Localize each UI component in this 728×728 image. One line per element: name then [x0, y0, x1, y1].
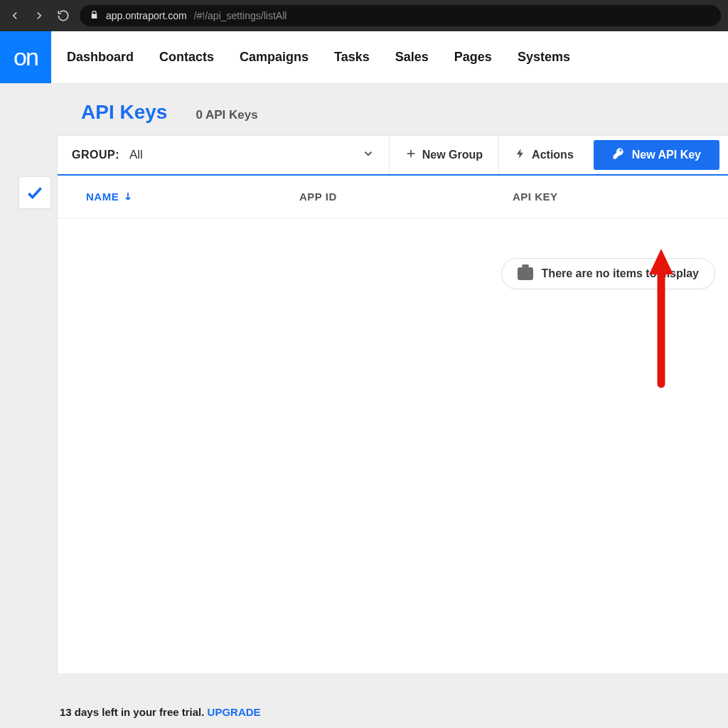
nav-dashboard[interactable]: Dashboard: [67, 50, 134, 65]
select-all-checkbox[interactable]: [18, 176, 51, 209]
browser-chrome: app.ontraport.com/#!/api_settings/listAl…: [0, 0, 728, 31]
new-group-label: New Group: [422, 149, 483, 161]
main-menu: Dashboard Contacts Campaigns Tasks Sales…: [51, 31, 570, 83]
list-body: There are no items to display: [58, 218, 728, 673]
nav-pages[interactable]: Pages: [454, 50, 492, 65]
top-nav: on Dashboard Contacts Campaigns Tasks Sa…: [0, 31, 728, 84]
column-headers: NAME APP ID API KEY: [58, 176, 728, 218]
new-group-button[interactable]: New Group: [389, 136, 498, 174]
bolt-icon: [515, 148, 526, 162]
browser-back-button[interactable]: [7, 8, 23, 23]
empty-text: There are no items to display: [542, 267, 699, 280]
group-selector[interactable]: GROUP: All: [58, 136, 389, 174]
plus-icon: [405, 148, 417, 162]
url-path: /#!/api_settings/listAll: [194, 10, 287, 21]
check-icon: [26, 183, 44, 202]
trial-text: 13 days left in your free trial.: [60, 706, 208, 718]
logo[interactable]: on: [0, 31, 51, 83]
new-api-key-button[interactable]: New API Key: [594, 140, 719, 170]
actions-button[interactable]: Actions: [498, 136, 589, 174]
page-header: API Keys 0 API Keys: [0, 101, 728, 124]
nav-sales[interactable]: Sales: [395, 50, 429, 65]
arrow-left-icon: [9, 9, 21, 22]
browser-reload-button[interactable]: [55, 8, 71, 23]
browser-forward-button[interactable]: [31, 8, 47, 23]
column-name[interactable]: NAME: [86, 191, 299, 203]
empty-icon: [518, 267, 533, 280]
column-name-label: NAME: [86, 191, 119, 203]
group-label: GROUP:: [72, 149, 119, 161]
arrow-right-icon: [33, 9, 46, 22]
chevron-down-icon: [362, 147, 375, 163]
nav-systems[interactable]: Systems: [518, 50, 570, 65]
actions-label: Actions: [532, 149, 574, 161]
upgrade-link[interactable]: UPGRADE: [208, 706, 261, 718]
nav-tasks[interactable]: Tasks: [334, 50, 370, 65]
trial-footer: 13 days left in your free trial. UPGRADE: [60, 706, 261, 718]
column-app-id[interactable]: APP ID: [299, 191, 513, 203]
lock-icon: [90, 10, 99, 21]
item-count: 0 API Keys: [196, 108, 257, 122]
nav-campaigns[interactable]: Campaigns: [240, 50, 309, 65]
new-api-key-label: New API Key: [632, 149, 701, 161]
page: API Keys 0 API Keys GROUP: All New Group: [0, 84, 728, 728]
reload-icon: [57, 9, 70, 22]
sort-asc-icon: [124, 191, 132, 202]
empty-state: There are no items to display: [501, 258, 715, 289]
column-api-key[interactable]: API KEY: [513, 191, 714, 203]
group-value: All: [129, 148, 143, 162]
nav-contacts[interactable]: Contacts: [159, 50, 214, 65]
page-title: API Keys: [81, 101, 167, 124]
url-host: app.ontraport.com: [106, 10, 187, 21]
address-bar[interactable]: app.ontraport.com/#!/api_settings/listAl…: [80, 5, 721, 26]
list-toolbar: GROUP: All New Group Actions: [58, 136, 728, 176]
key-icon: [612, 147, 625, 163]
list-container: GROUP: All New Group Actions: [57, 135, 728, 673]
